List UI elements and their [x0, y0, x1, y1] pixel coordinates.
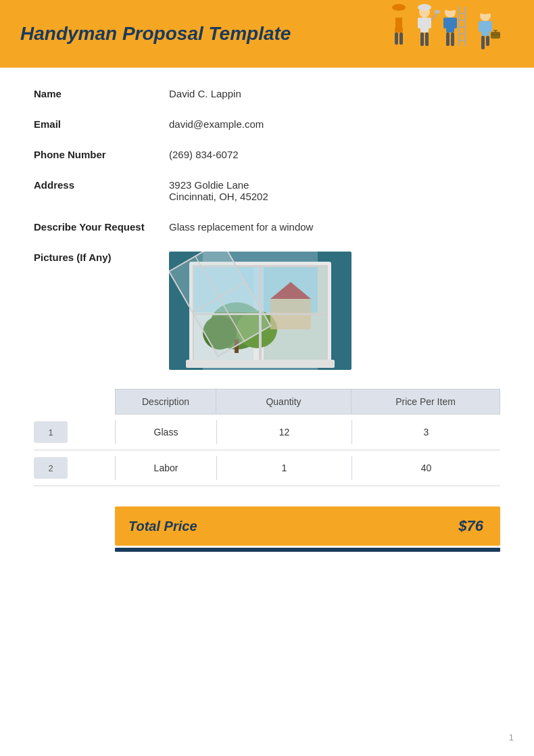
- svg-rect-20: [443, 18, 447, 28]
- svg-point-8: [386, 7, 390, 11]
- svg-rect-10: [420, 18, 429, 32]
- address-line2: Cincinnati, OH, 45202: [169, 191, 268, 202]
- row-description-2: Labor: [115, 456, 216, 480]
- header-illustration: [372, 0, 520, 74]
- svg-rect-5: [399, 32, 403, 45]
- svg-point-24: [443, 4, 457, 11]
- row-num-badge-2: 2: [34, 457, 68, 479]
- svg-rect-17: [435, 10, 440, 14]
- svg-rect-62: [186, 360, 335, 368]
- row-num-badge-1: 1: [34, 421, 68, 443]
- name-value: David C. Lappin: [169, 88, 241, 99]
- page-number: 1: [509, 732, 514, 742]
- svg-rect-23: [451, 32, 454, 46]
- address-line1: 3923 Goldie Lane: [169, 179, 268, 191]
- table-row: 2 Labor 1 40: [34, 450, 500, 486]
- svg-rect-33: [481, 21, 489, 36]
- svg-line-16: [431, 14, 437, 20]
- row-num-cell-1: 1: [34, 415, 115, 450]
- content-area: Name David C. Lappin Email david@example…: [0, 68, 534, 572]
- svg-rect-22: [446, 32, 450, 46]
- svg-rect-14: [425, 32, 429, 46]
- pictures-label: Pictures (If Any): [34, 252, 169, 263]
- header: Handyman Proposal Template: [0, 0, 534, 68]
- row-quantity-2: 1: [216, 456, 351, 480]
- svg-rect-4: [395, 32, 398, 45]
- table-section: Description Quantity Price Per Item 1 Gl…: [34, 389, 500, 486]
- row-quantity-1: 12: [216, 420, 351, 444]
- svg-rect-58: [326, 265, 328, 363]
- svg-rect-37: [486, 36, 489, 46]
- address-value: 3923 Goldie Lane Cincinnati, OH, 45202: [169, 179, 268, 202]
- svg-point-38: [479, 7, 492, 14]
- phone-value: (269) 834-6072: [169, 149, 239, 160]
- svg-rect-35: [489, 21, 492, 32]
- svg-rect-12: [428, 18, 431, 28]
- address-row: Address 3923 Goldie Lane Cincinnati, OH,…: [34, 179, 500, 202]
- svg-rect-1: [395, 18, 403, 32]
- svg-rect-39: [491, 32, 500, 39]
- pictures-row: Pictures (If Any): [34, 252, 500, 370]
- picture-box: [169, 252, 351, 370]
- table-row: 1 Glass 12 3: [34, 415, 500, 450]
- total-section: Total Price $76: [115, 506, 500, 546]
- phone-row: Phone Number (269) 834-6072: [34, 149, 500, 160]
- row-num-cell-2: 2: [34, 450, 115, 486]
- request-value: Glass replacement for a window: [169, 221, 313, 233]
- row-price-1: 3: [351, 420, 500, 444]
- window-image: [169, 252, 351, 370]
- request-label: Describe Your Request: [34, 221, 169, 233]
- svg-rect-11: [418, 18, 421, 28]
- email-label: Email: [34, 118, 169, 130]
- total-value: $76: [441, 517, 500, 535]
- svg-rect-36: [481, 36, 485, 49]
- address-label: Address: [34, 179, 169, 191]
- svg-point-15: [418, 4, 431, 11]
- svg-rect-21: [454, 18, 457, 28]
- svg-rect-19: [446, 18, 454, 32]
- svg-point-6: [392, 4, 406, 11]
- col-num-header: [34, 389, 115, 415]
- col-price-header: Price Per Item: [351, 389, 500, 415]
- workers-icon: [385, 0, 520, 74]
- name-label: Name: [34, 88, 169, 99]
- total-label: Total Price: [115, 519, 441, 534]
- phone-label: Phone Number: [34, 149, 169, 160]
- request-row: Describe Your Request Glass replacement …: [34, 221, 500, 233]
- svg-rect-3: [402, 18, 406, 28]
- total-accent-bar: [115, 548, 500, 552]
- row-price-2: 40: [351, 456, 500, 480]
- svg-rect-13: [420, 32, 424, 46]
- name-row: Name David C. Lappin: [34, 88, 500, 99]
- email-value: david@example.com: [169, 118, 264, 130]
- col-quantity-header: Quantity: [216, 389, 351, 415]
- table-header: Description Quantity Price Per Item: [34, 389, 500, 415]
- svg-rect-34: [479, 21, 482, 32]
- email-row: Email david@example.com: [34, 118, 500, 130]
- svg-line-7: [388, 10, 392, 19]
- row-description-1: Glass: [115, 420, 216, 444]
- col-description-header: Description: [115, 389, 216, 415]
